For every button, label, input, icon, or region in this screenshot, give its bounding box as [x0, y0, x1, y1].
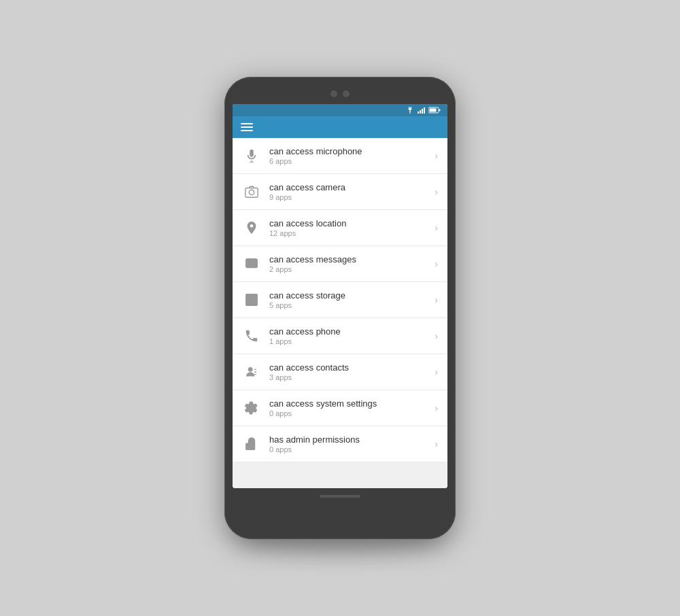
- svg-rect-4: [424, 107, 425, 114]
- chevron-icon-phone: ›: [435, 330, 438, 341]
- app-bar: [233, 116, 447, 138]
- svg-rect-15: [248, 300, 254, 301]
- battery-icon: [428, 107, 441, 114]
- perm-text-camera: can access camera 9 apps: [269, 182, 426, 201]
- svg-rect-2: [420, 110, 421, 114]
- hamburger-menu-icon[interactable]: [241, 123, 253, 131]
- permission-item-microphone[interactable]: can access microphone 6 apps ›: [233, 138, 447, 174]
- svg-point-11: [249, 190, 254, 194]
- svg-rect-14: [248, 297, 254, 298]
- storage-icon: [242, 290, 261, 309]
- chevron-icon-contacts: ›: [435, 366, 438, 377]
- perm-count-camera: 9 apps: [269, 193, 426, 201]
- perm-count-phone: 1 apps: [269, 337, 426, 345]
- permission-item-location[interactable]: can access location 12 apps ›: [233, 210, 447, 246]
- svg-rect-8: [251, 160, 252, 162]
- perm-text-location: can access location 12 apps: [269, 218, 426, 237]
- perm-count-system-settings: 0 apps: [269, 409, 426, 417]
- svg-rect-7: [430, 109, 437, 112]
- permission-list: can access microphone 6 apps › can acces…: [233, 138, 447, 488]
- chevron-icon-system-settings: ›: [435, 403, 438, 413]
- perm-count-location: 12 apps: [269, 229, 426, 237]
- phone-cameras: [233, 90, 447, 97]
- perm-count-admin: 0 apps: [269, 445, 426, 454]
- chevron-icon-storage: ›: [435, 294, 438, 305]
- perm-count-microphone: 6 apps: [269, 157, 426, 165]
- permission-item-phone[interactable]: can access phone 1 apps ›: [233, 318, 447, 354]
- perm-text-microphone: can access microphone 6 apps: [269, 146, 426, 165]
- svg-point-17: [248, 368, 252, 372]
- svg-rect-1: [418, 112, 419, 114]
- phone-icon: [242, 326, 261, 345]
- permission-item-camera[interactable]: can access camera 9 apps ›: [233, 174, 447, 210]
- perm-title-phone: can access phone: [269, 326, 426, 337]
- perm-title-storage: can access storage: [269, 290, 426, 301]
- perm-count-messages: 2 apps: [269, 265, 426, 273]
- svg-rect-3: [422, 109, 423, 114]
- permission-item-admin[interactable]: has admin permissions 0 apps ›: [233, 426, 447, 462]
- status-bar: [233, 104, 447, 116]
- perm-text-messages: can access messages 2 apps: [269, 254, 426, 273]
- home-pill: [320, 495, 360, 498]
- wifi-icon: [405, 107, 415, 114]
- chevron-icon-admin: ›: [435, 439, 438, 449]
- status-icons: [405, 107, 441, 114]
- svg-point-0: [409, 113, 411, 114]
- perm-text-system-settings: can access system settings 0 apps: [269, 398, 426, 417]
- svg-rect-6: [439, 109, 441, 112]
- perm-title-location: can access location: [269, 218, 426, 228]
- perm-title-microphone: can access microphone: [269, 146, 426, 156]
- home-bar: [233, 495, 447, 498]
- perm-count-contacts: 3 apps: [269, 373, 426, 381]
- perm-title-messages: can access messages: [269, 254, 426, 264]
- perm-title-admin: has admin permissions: [269, 434, 426, 445]
- contacts-icon: [242, 362, 261, 381]
- perm-title-system-settings: can access system settings: [269, 398, 426, 409]
- svg-rect-9: [250, 162, 254, 162]
- location-icon: [242, 218, 261, 237]
- permission-item-messages[interactable]: can access messages 2 apps ›: [233, 246, 447, 282]
- admin-icon: [242, 434, 261, 454]
- signal-icon: [418, 107, 426, 114]
- permission-item-system-settings[interactable]: can access system settings 0 apps ›: [233, 390, 447, 426]
- chevron-icon-location: ›: [435, 222, 438, 233]
- permission-item-contacts[interactable]: can access contacts 3 apps ›: [233, 354, 447, 390]
- permission-item-storage[interactable]: can access storage 5 apps ›: [233, 282, 447, 318]
- perm-text-contacts: can access contacts 3 apps: [269, 362, 426, 381]
- chevron-icon-microphone: ›: [435, 150, 438, 161]
- camera-dot-right: [343, 90, 350, 97]
- camera-dot-left: [330, 90, 337, 97]
- camera-icon: [242, 182, 261, 201]
- settings-icon: [242, 398, 261, 417]
- microphone-icon: [242, 146, 261, 165]
- phone-screen: can access microphone 6 apps › can acces…: [233, 104, 447, 488]
- perm-title-contacts: can access contacts: [269, 362, 426, 373]
- perm-text-storage: can access storage 5 apps: [269, 290, 426, 309]
- svg-rect-16: [248, 303, 252, 304]
- perm-text-admin: has admin permissions 0 apps: [269, 434, 426, 454]
- phone-body: can access microphone 6 apps › can acces…: [224, 77, 456, 539]
- chevron-icon-camera: ›: [435, 186, 438, 197]
- perm-text-phone: can access phone 1 apps: [269, 326, 426, 345]
- chevron-icon-messages: ›: [435, 258, 438, 269]
- messages-icon: [242, 254, 261, 273]
- phone-wrapper: can access microphone 6 apps › can acces…: [224, 77, 456, 539]
- perm-count-storage: 5 apps: [269, 301, 426, 309]
- perm-title-camera: can access camera: [269, 182, 426, 192]
